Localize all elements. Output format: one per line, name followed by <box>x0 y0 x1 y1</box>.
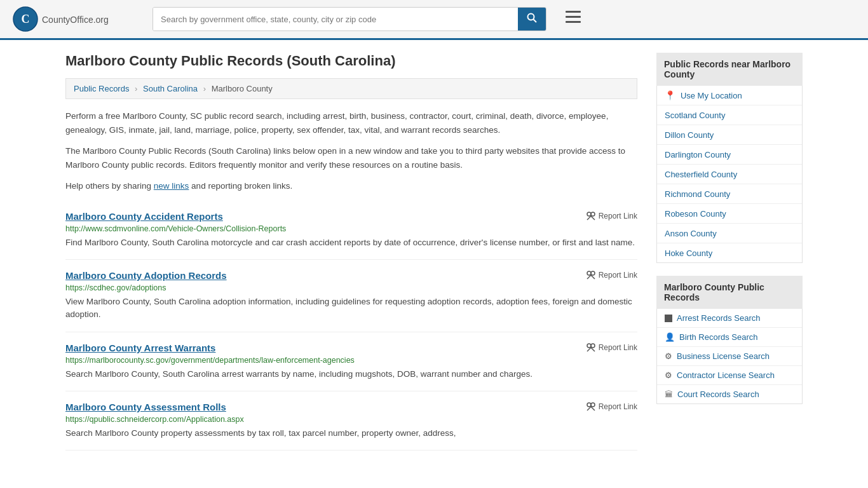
search-button[interactable] <box>518 8 546 30</box>
svg-point-12 <box>587 271 591 275</box>
court-records-link[interactable]: Court Records Search <box>677 390 759 399</box>
business-license-link[interactable]: Business License Search <box>677 351 770 361</box>
breadcrumb: Public Records › South Carolina › Marlbo… <box>65 78 637 99</box>
hamburger-icon <box>566 11 581 24</box>
site-header: C CountyOffice.org <box>0 0 868 40</box>
birth-records-link[interactable]: Birth Records Search <box>679 332 758 342</box>
new-links-link[interactable]: new links <box>154 181 189 191</box>
search-icon <box>527 13 537 23</box>
record-title-3[interactable]: Marlboro County Assessment Rolls <box>65 402 226 412</box>
svg-point-3 <box>528 14 534 20</box>
use-my-location-item[interactable]: 📍 Use My Location <box>657 86 802 105</box>
use-my-location-link[interactable]: Use My Location <box>681 91 742 100</box>
richmond-county-link[interactable]: Richmond County <box>665 189 730 199</box>
svg-line-10 <box>591 216 595 220</box>
list-item[interactable]: ⚙ Contractor License Search <box>657 366 802 385</box>
list-item[interactable]: Dillon County <box>657 125 802 145</box>
record-url-1[interactable]: https://scdhec.gov/adoptions <box>65 283 637 292</box>
list-item[interactable]: Darlington County <box>657 145 802 165</box>
main-container: Marlboro County Public Records (South Ca… <box>53 40 815 463</box>
report-link-3[interactable]: Report Link <box>586 402 637 412</box>
list-item[interactable]: Anson County <box>657 224 802 243</box>
report-link-0[interactable]: Report Link <box>586 211 637 221</box>
nearby-counties-list: 📍 Use My Location Scotland County Dillon… <box>656 86 803 263</box>
list-item[interactable]: Richmond County <box>657 184 802 204</box>
dillon-county-link[interactable]: Dillon County <box>665 130 714 140</box>
record-entry: Marlboro County Accident Reports Report … <box>65 201 637 260</box>
breadcrumb-south-carolina[interactable]: South Carolina <box>143 84 198 93</box>
svg-point-9 <box>591 212 595 216</box>
svg-point-21 <box>591 403 595 407</box>
robeson-county-link[interactable]: Robeson County <box>665 209 726 219</box>
record-desc-2: Search Marlboro County, South Carolina a… <box>65 368 637 381</box>
svg-rect-6 <box>566 16 581 18</box>
list-item[interactable]: 🏛 Court Records Search <box>657 385 802 403</box>
breadcrumb-public-records[interactable]: Public Records <box>74 84 129 93</box>
record-title-1[interactable]: Marlboro County Adoption Records <box>65 270 227 281</box>
list-item[interactable]: Robeson County <box>657 204 802 224</box>
svg-point-16 <box>587 344 591 348</box>
breadcrumb-current: Marlboro County <box>212 84 273 93</box>
search-input[interactable] <box>153 8 518 30</box>
svg-line-15 <box>587 275 591 279</box>
svg-line-19 <box>587 348 591 351</box>
svg-point-8 <box>587 212 591 216</box>
public-records-sidebar-list: Arrest Records Search 👤 Birth Records Se… <box>656 309 803 404</box>
list-item[interactable]: Chesterfield County <box>657 165 802 184</box>
svg-point-13 <box>591 271 595 275</box>
list-item[interactable]: Arrest Records Search <box>657 309 802 328</box>
report-link-2[interactable]: Report Link <box>586 342 637 353</box>
description-2: The Marlboro County Public Records (Sout… <box>65 144 637 172</box>
report-link-1[interactable]: Report Link <box>586 270 637 280</box>
scotland-county-link[interactable]: Scotland County <box>665 111 725 120</box>
records-list: Marlboro County Accident Reports Report … <box>65 201 637 451</box>
record-entry: Marlboro County Adoption Records Report … <box>65 260 637 332</box>
scissors-icon <box>586 270 596 280</box>
svg-line-4 <box>534 20 537 23</box>
contractor-license-link[interactable]: Contractor License Search <box>677 370 775 380</box>
svg-line-23 <box>587 407 591 410</box>
scissors-icon <box>586 402 596 412</box>
darlington-county-link[interactable]: Darlington County <box>665 150 731 159</box>
gear2-icon: ⚙ <box>665 351 672 361</box>
record-title-2[interactable]: Marlboro County Arrest Warrants <box>65 342 215 353</box>
menu-button[interactable] <box>566 11 581 27</box>
hoke-county-link[interactable]: Hoke County <box>665 248 712 258</box>
svg-rect-5 <box>566 11 581 13</box>
scissors-icon <box>586 211 596 221</box>
chesterfield-county-link[interactable]: Chesterfield County <box>665 170 737 179</box>
logo-text: CountyOffice.org <box>42 13 109 26</box>
list-item[interactable]: 👤 Birth Records Search <box>657 328 802 347</box>
record-url-3[interactable]: https://qpublic.schneidercorp.com/Applic… <box>65 415 637 424</box>
description-1: Perform a free Marlboro County, SC publi… <box>65 109 637 137</box>
record-desc-1: View Marlboro County, South Carolina ado… <box>65 295 637 322</box>
list-item[interactable]: Hoke County <box>657 243 802 262</box>
logo-icon: C <box>13 6 38 32</box>
list-item[interactable]: ⚙ Business License Search <box>657 347 802 366</box>
record-title-0[interactable]: Marlboro County Accident Reports <box>65 211 223 222</box>
record-url-2[interactable]: https://marlborocounty.sc.gov/government… <box>65 356 637 365</box>
arrest-records-link[interactable]: Arrest Records Search <box>677 313 761 323</box>
anson-county-link[interactable]: Anson County <box>665 229 717 238</box>
svg-point-17 <box>591 344 595 348</box>
content-area: Marlboro County Public Records (South Ca… <box>65 53 637 451</box>
search-bar <box>153 7 546 31</box>
svg-rect-7 <box>566 21 581 23</box>
record-desc-0: Find Marlboro County, South Carolina mot… <box>65 236 637 249</box>
list-item[interactable]: Scotland County <box>657 105 802 125</box>
svg-text:C: C <box>22 13 30 25</box>
logo[interactable]: C CountyOffice.org <box>13 6 140 32</box>
nearby-title: Public Records near Marlboro County <box>656 53 803 86</box>
record-desc-3: Search Marlboro County property assessme… <box>65 427 637 440</box>
record-entry: Marlboro County Arrest Warrants Report L… <box>65 332 637 391</box>
svg-line-18 <box>591 348 595 351</box>
public-records-sidebar-title: Marlboro County Public Records <box>656 276 803 309</box>
gear-icon: ⚙ <box>665 370 672 380</box>
record-url-0[interactable]: http://www.scdmvonline.com/Vehicle-Owner… <box>65 224 637 233</box>
scissors-icon <box>586 342 596 353</box>
sidebar: Public Records near Marlboro County 📍 Us… <box>656 53 803 451</box>
square-icon <box>665 315 672 322</box>
page-title: Marlboro County Public Records (South Ca… <box>65 53 637 69</box>
court-icon: 🏛 <box>665 390 673 399</box>
record-entry: Marlboro County Assessment Rolls Report … <box>65 391 637 451</box>
